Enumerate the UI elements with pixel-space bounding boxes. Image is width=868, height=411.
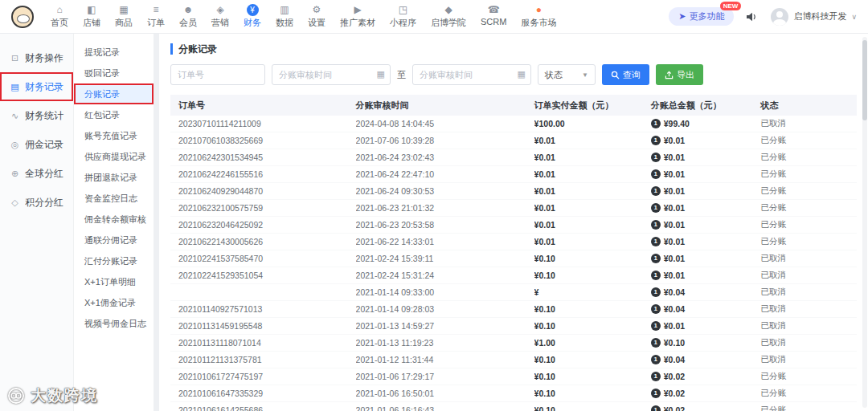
submenu-item[interactable]: 佣金转余额审核 — [74, 209, 154, 230]
table-row[interactable]: 202102241537585470 2021-02-24 15:39:11 ¥… — [170, 250, 857, 267]
submenu-item[interactable]: 拼团退款记录 — [74, 167, 154, 188]
table-row[interactable]: 202106221430005626 2021-06-22 14:33:01 ¥… — [170, 234, 857, 250]
user-name: 启博科技开发 — [793, 10, 846, 22]
status-cell: 已取消 — [760, 337, 857, 348]
table-row[interactable]: 202101131118071014 2021-01-13 11:19:23 ¥… — [170, 335, 857, 352]
paid-amount-cell: ¥1.00 — [534, 338, 651, 348]
submenu-item[interactable]: 提现记录 — [74, 42, 154, 63]
topnav-item[interactable]: ◧ 店铺 — [76, 2, 108, 31]
paid-amount-cell: ¥0.01 — [534, 136, 651, 145]
table-row[interactable]: 202307101114211009 2024-04-08 14:04:45 ¥… — [170, 116, 857, 132]
submenu-item-label: 通联分佣记录 — [84, 235, 137, 245]
submenu-item[interactable]: 通联分佣记录 — [74, 230, 154, 250]
paid-amount-cell: ¥0.10 — [534, 321, 651, 331]
submenu-item[interactable]: X+1订单明细 — [74, 271, 154, 292]
sidebar-item[interactable]: ⊡ 财务操作 — [0, 43, 73, 72]
scrollbar-thumb[interactable] — [862, 40, 867, 120]
submenu-item-label: 佣金转余额审核 — [84, 214, 146, 224]
sidebar-item[interactable]: ◎ 佣金记录 — [0, 130, 73, 159]
table-row[interactable]: 202101131459195548 2021-01-13 14:59:27 ¥… — [170, 318, 857, 335]
submenu-item-label: X+1佣金记录 — [84, 298, 136, 307]
export-button[interactable]: 导出 — [656, 64, 703, 85]
query-button[interactable]: 查询 — [602, 64, 649, 85]
announcement-speaker-icon[interactable] — [745, 10, 760, 24]
sidebar-item[interactable]: ⊕ 全球分红 — [0, 159, 73, 188]
submenu-item[interactable]: 分账记录 — [74, 83, 154, 104]
submenu-item-label: 供应商提现记录 — [84, 152, 146, 161]
table-row[interactable]: 202106242246155516 2021-06-24 22:47:10 ¥… — [170, 166, 857, 183]
topnav-item[interactable]: ⌂ 首页 — [43, 2, 76, 31]
vertical-scrollbar[interactable] — [862, 37, 867, 408]
paid-amount-cell: ¥0.01 — [534, 237, 651, 246]
split-amount-cell: 1 ¥0.02 — [651, 372, 761, 381]
topnav-item[interactable]: ⚙ 设置 — [301, 2, 333, 31]
topnav-item[interactable]: ☎ SCRM — [473, 2, 514, 29]
split-amount-cell: 1 ¥0.02 — [651, 405, 761, 411]
nav-icon: ⌂ — [54, 4, 66, 16]
submenu-item[interactable]: 账号充值记录 — [74, 125, 154, 146]
nav-icon: ● — [533, 4, 545, 16]
submenu-item[interactable]: 视频号佣金日志 — [74, 313, 154, 334]
table-row[interactable]: 202107061038325669 2021-07-06 10:39:28 ¥… — [170, 132, 857, 149]
status-cell: 已取消 — [760, 270, 857, 281]
table-row[interactable]: 202106232046425092 2021-06-23 20:53:58 ¥… — [170, 217, 857, 234]
topnav-item[interactable]: ◳ 小程序 — [383, 2, 424, 31]
split-count-badge: 1 — [651, 136, 661, 145]
topnav-item[interactable]: ▶ 推广素材 — [333, 2, 383, 31]
more-features-button[interactable]: ➤ 更多功能 NEW — [669, 7, 734, 26]
submenu-item[interactable]: X+1佣金记录 — [74, 292, 154, 313]
table-row[interactable]: 202101121131375781 2021-01-12 11:31:44 ¥… — [170, 352, 857, 368]
paid-amount-cell: ¥0.01 — [534, 153, 651, 162]
status-cell: 已分账 — [760, 185, 857, 197]
split-count-badge: 1 — [651, 355, 661, 364]
split-amount-cell: 1 ¥0.01 — [651, 220, 761, 230]
status-cell: 已分账 — [760, 219, 857, 230]
sidebar-item[interactable]: ▤ 财务记录 — [0, 72, 73, 101]
table-row[interactable]: 202101061647335329 2021-01-06 16:50:01 ¥… — [170, 385, 857, 402]
table-row[interactable]: 202101061614255686 2021-01-06 16:16:43 ¥… — [170, 402, 857, 411]
topnav-item[interactable]: ▦ 商品 — [108, 2, 140, 31]
table-row[interactable]: 2021-01-14 09:33:00 ¥ 1 ¥0.04 已取消 — [170, 284, 857, 301]
order-no-input[interactable] — [170, 64, 265, 85]
page-title: 分账记录 — [170, 43, 857, 55]
topnav-item[interactable]: ☻ 会员 — [172, 2, 204, 31]
order-no-cell: 202106221430005626 — [170, 237, 356, 246]
submenu-item-label: 驳回记录 — [84, 68, 120, 78]
split-amount-value: ¥0.01 — [664, 203, 685, 213]
table-row[interactable]: 202106240929044870 2021-06-24 09:30:53 ¥… — [170, 183, 857, 200]
table-row[interactable]: 202101061727475197 2021-01-06 17:29:17 ¥… — [170, 368, 857, 385]
topnav-item[interactable]: ◆ 启博学院 — [424, 2, 473, 31]
audit-date-start-input[interactable] — [272, 64, 391, 85]
col-header-audit-time: 分账审核时间 — [356, 100, 534, 112]
paid-amount-cell: ¥0.01 — [534, 203, 651, 213]
topnav-item[interactable]: ▥ 数据 — [268, 2, 301, 31]
table-row[interactable]: 202106232100575759 2021-06-23 21:01:32 ¥… — [170, 200, 857, 217]
split-amount-cell: 1 ¥0.01 — [651, 321, 761, 331]
split-amount-cell: 1 ¥0.10 — [651, 338, 761, 348]
paid-amount-cell: ¥0.10 — [534, 355, 651, 364]
user-account-menu[interactable]: 启博科技开发 ∨ — [771, 8, 857, 26]
sidebar-item[interactable]: ◇ 积分分红 — [0, 188, 73, 217]
table-row[interactable]: 202101140927571013 2021-01-14 09:28:03 ¥… — [170, 301, 857, 318]
submenu-item[interactable]: 驳回记录 — [74, 63, 154, 83]
paid-amount-cell: ¥0.10 — [534, 304, 651, 314]
table-row[interactable]: 202106242301534945 2021-06-24 23:02:43 ¥… — [170, 149, 857, 166]
topnav-item[interactable]: ● 服务市场 — [514, 2, 563, 31]
nav-icon: ☎ — [488, 4, 500, 16]
status-select[interactable]: 状态 ▼ — [538, 64, 596, 85]
topnav-item[interactable]: ≡ 订单 — [140, 2, 172, 31]
table-row[interactable]: 202102241529351054 2021-02-24 15:31:24 ¥… — [170, 267, 857, 284]
status-cell: 已取消 — [760, 303, 857, 315]
submenu-item[interactable]: 供应商提现记录 — [74, 146, 154, 167]
submenu-item[interactable]: 红包记录 — [74, 104, 154, 125]
audit-date-end-input[interactable] — [412, 64, 531, 85]
submenu-item[interactable]: 汇付分账记录 — [74, 250, 154, 271]
paid-amount-cell: ¥ — [534, 287, 651, 297]
topnav-item[interactable]: ◈ 营销 — [204, 2, 236, 31]
status-cell: 已取消 — [760, 320, 857, 332]
submenu-item[interactable]: 资金监控日志 — [74, 188, 154, 209]
sidebar-item[interactable]: ∿ 财务统计 — [0, 101, 73, 130]
sidebar-main-menu: ⊡ 财务操作 ▤ 财务记录 ∿ 财务统计 ◎ 佣金记录 ⊕ 全球分红 — [0, 34, 74, 411]
split-count-badge: 1 — [651, 338, 661, 348]
topnav-item[interactable]: ¥ 财务 — [236, 2, 268, 31]
